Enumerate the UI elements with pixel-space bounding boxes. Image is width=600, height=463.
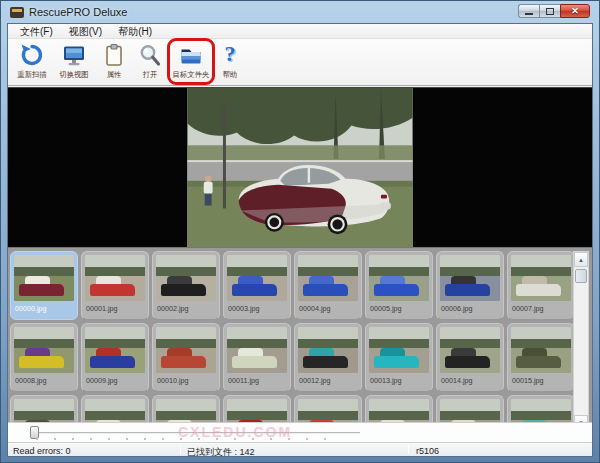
toolbar: 重新扫描 切换视图	[8, 39, 592, 86]
thumbnail-cell[interactable]: 00004.jpg	[294, 251, 362, 320]
thumbnail-photo	[440, 327, 500, 373]
thumbnail-cell[interactable]: 00012.jpg	[294, 323, 362, 392]
thumbnail-filename: 00000.jpg	[14, 302, 68, 313]
thumbnail-filename: 00013.jpg	[369, 374, 423, 385]
thumbnail-filename: 00014.jpg	[440, 374, 494, 385]
revision-text: r5106	[416, 446, 439, 456]
scroll-up-button[interactable]: ▲	[574, 252, 588, 267]
close-button[interactable]: ✕	[560, 4, 590, 18]
open-button[interactable]: 打开	[132, 39, 168, 86]
thumbnail-photo	[14, 399, 74, 422]
read-errors-text: Read errors: 0	[13, 446, 71, 456]
thumbnail-grid: 00000.jpg00001.jpg00002.jpg00003.jpg0000…	[10, 251, 576, 422]
minimize-button[interactable]	[518, 4, 539, 18]
thumbnail-photo	[440, 255, 500, 301]
thumbnail-panel: 00000.jpg00001.jpg00002.jpg00003.jpg0000…	[8, 247, 592, 422]
thumbnail-cell[interactable]	[152, 395, 220, 422]
destination-folder-button[interactable]: 目标文件夹	[168, 39, 214, 86]
thumbnail-car	[19, 356, 65, 368]
thumbnail-car	[161, 356, 207, 368]
thumbnail-cell[interactable]	[81, 395, 149, 422]
thumbnail-cell[interactable]	[294, 395, 362, 422]
thumbnail-filename: 00005.jpg	[369, 302, 423, 313]
thumbnail-car	[232, 284, 278, 296]
window-title: RescuePRO Deluxe	[29, 6, 127, 18]
menu-file[interactable]: 文件(F)	[12, 24, 61, 39]
thumbnail-car	[90, 284, 136, 296]
thumbnail-photo	[14, 255, 74, 301]
thumbnail-cell[interactable]: 00001.jpg	[81, 251, 149, 320]
thumbnail-cell[interactable]: 00015.jpg	[507, 323, 575, 392]
size-slider-bar: CXLEDU.COM	[8, 422, 592, 442]
thumbnail-photo	[227, 399, 287, 422]
thumbnail-cell[interactable]	[365, 395, 433, 422]
app-window: RescuePRO Deluxe ✕ 文件(F) 视图(V) 帮助(H)	[0, 0, 600, 463]
close-icon: ✕	[571, 7, 579, 16]
thumbnail-car	[19, 284, 65, 296]
menu-bar: 文件(F) 视图(V) 帮助(H)	[8, 24, 592, 39]
thumbnail-photo	[85, 255, 145, 301]
properties-button[interactable]: 属性	[96, 39, 132, 86]
destination-folder-label: 目标文件夹	[173, 69, 210, 79]
status-separator	[408, 445, 409, 454]
help-label: 帮助	[223, 69, 238, 79]
help-icon: ? ?	[217, 42, 243, 68]
thumbnail-photo	[85, 327, 145, 373]
destination-folder-icon	[178, 42, 204, 68]
thumbnail-filename: 00006.jpg	[440, 302, 494, 313]
thumbnail-cell[interactable]: 00005.jpg	[365, 251, 433, 320]
app-icon	[10, 7, 24, 18]
rescan-label: 重新扫描	[17, 69, 46, 79]
minimize-icon	[525, 13, 533, 15]
thumbnail-photo	[511, 399, 571, 422]
maximize-icon	[546, 8, 554, 15]
switch-view-button[interactable]: 切换视图	[52, 39, 96, 86]
thumbnail-filename: 00010.jpg	[156, 374, 210, 385]
thumbnail-cell[interactable]	[436, 395, 504, 422]
thumbnail-cell[interactable]	[507, 395, 575, 422]
vertical-scrollbar[interactable]: ▲ ▼	[573, 251, 589, 422]
found-files-text: 已找到文件 : 142	[187, 446, 255, 459]
thumbnail-car	[374, 284, 420, 296]
thumbnail-filename: 00008.jpg	[14, 374, 68, 385]
thumbnail-cell[interactable]: 00006.jpg	[436, 251, 504, 320]
thumbnail-cell[interactable]: 00010.jpg	[152, 323, 220, 392]
title-bar[interactable]: RescuePRO Deluxe ✕	[1, 1, 599, 23]
thumbnail-photo	[14, 327, 74, 373]
thumbnail-photo	[298, 327, 358, 373]
svg-text:?: ?	[225, 43, 236, 66]
preview-pane[interactable]	[8, 87, 592, 247]
thumbnail-cell[interactable]: 00009.jpg	[81, 323, 149, 392]
open-label: 打开	[143, 69, 158, 79]
thumbnail-cell[interactable]: 00008.jpg	[10, 323, 78, 392]
thumbnail-cell[interactable]: 00000.jpg	[10, 251, 78, 320]
scrollbar-thumb[interactable]	[575, 269, 587, 283]
thumbnail-cell[interactable]: 00013.jpg	[365, 323, 433, 392]
thumbnail-cell[interactable]	[10, 395, 78, 422]
switch-view-icon	[61, 42, 87, 68]
thumbnail-car	[445, 284, 491, 296]
thumbnail-photo	[440, 399, 500, 422]
thumbnail-cell[interactable]: 00014.jpg	[436, 323, 504, 392]
thumbnail-cell[interactable]	[223, 395, 291, 422]
help-button[interactable]: ? ? 帮助	[214, 39, 246, 86]
scroll-down-button[interactable]: ▼	[574, 415, 588, 422]
thumbnail-cell[interactable]: 00007.jpg	[507, 251, 575, 320]
thumbnail-photo	[369, 255, 429, 301]
thumbnail-car	[161, 284, 207, 296]
maximize-button[interactable]	[539, 4, 560, 18]
menu-help[interactable]: 帮助(H)	[110, 24, 160, 39]
thumbnail-photo	[511, 327, 571, 373]
thumbnail-cell[interactable]: 00011.jpg	[223, 323, 291, 392]
thumbnail-filename: 00012.jpg	[298, 374, 352, 385]
thumbnail-photo	[156, 255, 216, 301]
menu-view[interactable]: 视图(V)	[61, 24, 110, 39]
slider-track[interactable]	[38, 432, 360, 434]
thumbnail-car	[90, 356, 136, 368]
thumbnail-cell[interactable]: 00003.jpg	[223, 251, 291, 320]
thumbnail-cell[interactable]: 00002.jpg	[152, 251, 220, 320]
thumbnail-car	[232, 356, 278, 368]
rescan-button[interactable]: 重新扫描	[12, 39, 52, 86]
thumbnail-car	[516, 356, 562, 368]
rescan-icon	[19, 42, 45, 68]
